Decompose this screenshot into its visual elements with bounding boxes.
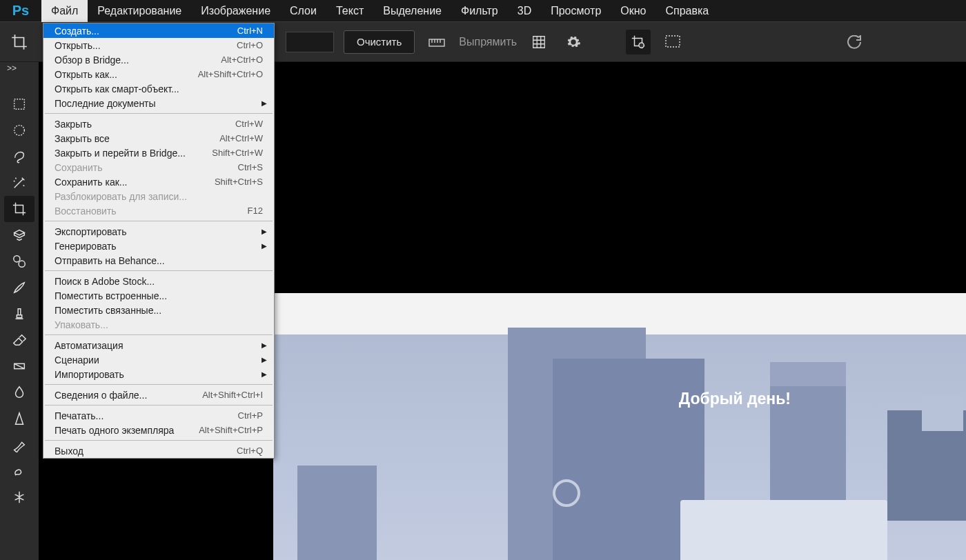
menu-item-сценарии[interactable]: Сценарии▶ <box>43 352 274 367</box>
tool-pen[interactable] <box>4 432 34 458</box>
menu-item-поиск-в-adobe-stock-[interactable]: Поиск в Adobe Stock... <box>43 274 274 288</box>
svg-rect-0 <box>429 39 444 46</box>
tool-smudge[interactable] <box>4 458 34 484</box>
menu-item-открыть-как-смарт-объект-[interactable]: Открыть как смарт-объект... <box>43 81 274 96</box>
content-aware-icon[interactable] <box>660 30 685 54</box>
menu-окно[interactable]: Окно <box>611 0 656 22</box>
menu-item-закрыть-и-перейти-в-bridge-[interactable]: Закрыть и перейти в Bridge...Shift+Ctrl+… <box>43 146 274 160</box>
menu-3d[interactable]: 3D <box>508 0 541 22</box>
menu-separator <box>45 384 273 385</box>
tool-ellipse-marquee[interactable] <box>4 117 34 143</box>
menu-item-генерировать[interactable]: Генерировать▶ <box>43 239 274 253</box>
gear-icon[interactable] <box>561 30 586 54</box>
menu-item-label: Печать одного экземпляра <box>55 425 174 436</box>
tool-lasso[interactable] <box>4 143 34 170</box>
grid-icon[interactable] <box>526 30 551 54</box>
menu-item-label: Открыть как смарт-объект... <box>55 83 179 94</box>
document-canvas[interactable]: Добрый день! <box>273 293 966 560</box>
options-value-input[interactable] <box>286 32 334 52</box>
clear-button[interactable]: Очистить <box>344 30 415 54</box>
menu-фильтр[interactable]: Фильтр <box>451 0 508 22</box>
menu-item-label: Закрыть <box>55 119 92 130</box>
menu-item-отправить-на-behance-[interactable]: Отправить на Behance... <box>43 253 274 268</box>
menu-item-label: Закрыть все <box>55 133 110 144</box>
menu-item-сохранить-как-[interactable]: Сохранить как...Shift+Ctrl+S <box>43 174 274 189</box>
submenu-arrow-icon: ▶ <box>262 242 267 250</box>
menu-item-поместить-встроенные-[interactable]: Поместить встроенные... <box>43 288 274 303</box>
menu-item-label: Генерировать <box>55 241 117 252</box>
menu-separator <box>45 113 273 114</box>
menu-item-автоматизация[interactable]: Автоматизация▶ <box>43 338 274 352</box>
tool-stamp[interactable] <box>4 301 34 327</box>
menu-item-label: Закрыть и перейти в Bridge... <box>55 148 186 159</box>
menu-item-label: Упаковать... <box>55 319 108 330</box>
submenu-arrow-icon: ▶ <box>262 228 267 235</box>
menu-файл[interactable]: Файл <box>41 0 88 22</box>
svg-point-4 <box>14 126 25 136</box>
menu-item-label: Открыть как... <box>55 69 117 80</box>
tool-rect-marquee[interactable] <box>4 91 34 117</box>
svg-rect-2 <box>666 36 680 47</box>
menu-item-выход[interactable]: ВыходCtrl+Q <box>43 443 274 458</box>
menu-item-shortcut: Alt+Shift+Ctrl+O <box>198 69 263 79</box>
menu-изображение[interactable]: Изображение <box>191 0 280 22</box>
menu-редактирование[interactable]: Редактирование <box>88 0 191 22</box>
delete-cropped-icon[interactable] <box>626 30 651 54</box>
tool-blur[interactable] <box>4 379 34 406</box>
menu-item-label: Последние документы <box>55 98 156 109</box>
menu-слои[interactable]: Слои <box>280 0 326 22</box>
menu-item-открыть-как-[interactable]: Открыть как...Alt+Shift+Ctrl+O <box>43 67 274 81</box>
menu-item-shortcut: Ctrl+S <box>238 162 263 172</box>
menu-текст[interactable]: Текст <box>326 0 373 22</box>
menu-item-label: Отправить на Behance... <box>55 255 165 266</box>
menu-item-shortcut: Ctrl+Q <box>237 446 263 456</box>
menu-item-shortcut: F12 <box>248 206 263 216</box>
menu-item-label: Поместить связанные... <box>55 305 161 316</box>
menu-item-поместить-связанные-[interactable]: Поместить связанные... <box>43 303 274 317</box>
menu-item-открыть-[interactable]: Открыть...Ctrl+O <box>43 38 274 52</box>
ruler-icon[interactable] <box>424 30 449 54</box>
menu-item-печатать-[interactable]: Печатать...Ctrl+P <box>43 408 274 423</box>
tool-eraser[interactable] <box>4 327 34 353</box>
menu-item-shortcut: Shift+Ctrl+W <box>212 148 263 158</box>
tool-gradient[interactable] <box>4 353 34 379</box>
menu-item-печать-одного-экземпляра[interactable]: Печать одного экземпляраAlt+Shift+Ctrl+P <box>43 423 274 437</box>
menu-item-создать-[interactable]: Создать...Ctrl+N <box>43 23 274 38</box>
menu-item-label: Сведения о файле... <box>55 390 147 401</box>
menu-item-экспортировать[interactable]: Экспортировать▶ <box>43 224 274 239</box>
menu-item-сведения-о-файле-[interactable]: Сведения о файле...Alt+Shift+Ctrl+I <box>43 388 274 402</box>
expand-panels-indicator[interactable]: >> <box>0 62 39 77</box>
menu-справка[interactable]: Справка <box>656 0 718 22</box>
tool-magic-wand[interactable] <box>4 170 34 196</box>
menu-item-обзор-в-bridge-[interactable]: Обзор в Bridge...Alt+Ctrl+O <box>43 52 274 67</box>
menu-item-label: Экспортировать <box>55 226 126 237</box>
menu-separator <box>45 270 273 271</box>
menu-item-label: Поместить встроенные... <box>55 290 167 301</box>
tool-refine[interactable] <box>4 484 34 510</box>
menu-item-shortcut: Ctrl+W <box>235 119 263 129</box>
menu-separator <box>45 405 273 406</box>
app-logo: Ps <box>0 0 41 22</box>
svg-point-1 <box>639 42 644 47</box>
tool-brush[interactable] <box>4 274 34 301</box>
menu-item-label: Восстановить <box>55 206 117 217</box>
menu-item-закрыть-все[interactable]: Закрыть всеAlt+Ctrl+W <box>43 131 274 146</box>
crop-options-icon[interactable] <box>7 30 32 54</box>
menu-item-label: Разблокировать для записи... <box>55 191 187 202</box>
menu-item-последние-документы[interactable]: Последние документы▶ <box>43 96 274 110</box>
tool-sharpen[interactable] <box>4 406 34 432</box>
menu-item-закрыть[interactable]: ЗакрытьCtrl+W <box>43 117 274 131</box>
menu-item-импортировать[interactable]: Импортировать▶ <box>43 367 274 381</box>
menu-item-label: Сценарии <box>55 354 99 366</box>
menu-item-shortcut: Ctrl+O <box>237 40 263 50</box>
reset-icon[interactable] <box>842 30 867 54</box>
menu-просмотр[interactable]: Просмотр <box>541 0 611 22</box>
file-menu-dropdown: Создать...Ctrl+NОткрыть...Ctrl+OОбзор в … <box>43 23 275 459</box>
menu-item-shortcut: Ctrl+P <box>238 410 263 421</box>
menu-separator <box>45 221 273 221</box>
menu-выделение[interactable]: Выделение <box>373 0 451 22</box>
tool-crop[interactable] <box>4 196 34 222</box>
tool-slice[interactable] <box>4 222 34 248</box>
menu-item-shortcut: Ctrl+N <box>237 26 263 36</box>
tool-patch[interactable] <box>4 248 34 274</box>
